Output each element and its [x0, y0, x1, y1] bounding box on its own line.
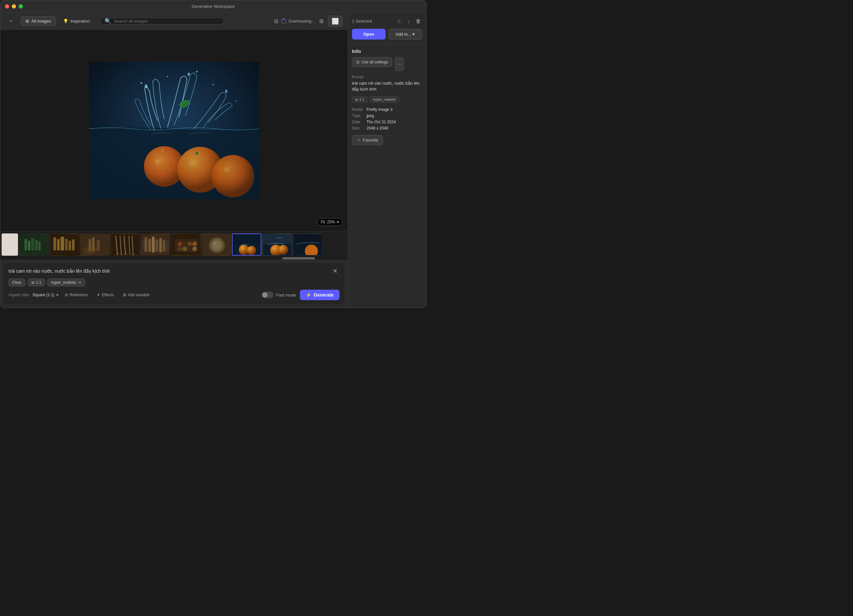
- date-value: Thu Oct 31 2024: [367, 120, 422, 124]
- svg-point-78: [212, 242, 217, 244]
- hyper-realistic-tag: hyper_realistic ✕: [47, 279, 85, 287]
- add-to-button[interactable]: Add to... ▾: [388, 29, 423, 39]
- favorite-icon-button[interactable]: ☆: [395, 17, 403, 26]
- grid-view-button[interactable]: ⬜: [328, 16, 343, 27]
- svg-rect-45: [97, 240, 100, 251]
- delete-icon-button[interactable]: 🗑: [414, 17, 422, 26]
- search-bar[interactable]: 🔍: [100, 18, 224, 24]
- generate-button[interactable]: ⚡ Generate: [300, 290, 340, 300]
- effects-button[interactable]: ✦ Effects: [94, 291, 116, 299]
- thumbnail-5[interactable]: [141, 234, 170, 256]
- close-window-button[interactable]: [5, 4, 9, 9]
- thumbnail-scrollbar-thumb[interactable]: [282, 257, 315, 259]
- use-all-settings-button[interactable]: ⊟ Use all settings: [352, 57, 392, 67]
- fast-mode-label: Fast mode: [276, 293, 296, 297]
- window-title: Generative Workspace: [192, 4, 235, 9]
- svg-rect-35: [53, 237, 56, 250]
- svg-rect-43: [89, 239, 91, 252]
- add-variable-label: Add variable: [128, 293, 150, 297]
- svg-point-52: [124, 253, 127, 256]
- svg-rect-30: [28, 241, 30, 250]
- info-tags-row: ar 1:1 hyper_realistic: [352, 96, 422, 103]
- svg-point-66: [178, 242, 182, 246]
- type-key: Type: [352, 114, 363, 118]
- back-button[interactable]: ←: [6, 16, 17, 26]
- generate-label: Generate: [314, 292, 334, 297]
- main-image: [89, 62, 259, 199]
- thumbnail-4[interactable]: [110, 234, 140, 256]
- image-area: Fit 25% ▾: [0, 30, 348, 231]
- svg-rect-60: [152, 237, 155, 252]
- size-key: Size: [352, 126, 363, 130]
- add-to-chevron-icon: ▾: [413, 32, 415, 36]
- thumbnail-6[interactable]: [171, 234, 200, 256]
- panel-actions: Open Add to... ▾: [352, 29, 422, 39]
- ar-tag-label: ar 1:1: [31, 280, 41, 285]
- settings-icon: ⊟: [356, 60, 360, 64]
- svg-point-48: [116, 253, 119, 256]
- thumbnail-2[interactable]: [49, 234, 79, 256]
- svg-rect-59: [149, 239, 151, 252]
- prompt-close-button[interactable]: ✕: [331, 267, 340, 275]
- thumbnail-10[interactable]: [293, 234, 322, 256]
- svg-point-8: [235, 100, 237, 102]
- aspect-ratio-select[interactable]: Aspect ratio Square (1:1) ▾: [9, 293, 58, 297]
- toggle-knob: [262, 292, 267, 297]
- toolbar-right: ⊟ Downloading... ⊞ ⬜: [274, 16, 343, 27]
- view-options-button[interactable]: ⊞: [317, 16, 325, 26]
- svg-rect-38: [65, 239, 68, 250]
- svg-rect-33: [39, 241, 41, 250]
- meta-grid: Model Firefly Image 3 Type jpeg Date Thu…: [352, 107, 422, 130]
- titlebar: Generative Workspace: [0, 0, 426, 13]
- thumbnail-8[interactable]: [232, 234, 261, 256]
- maximize-window-button[interactable]: [19, 4, 23, 9]
- fast-mode-switch[interactable]: [262, 292, 273, 298]
- add-variable-button[interactable]: ⊞ Add variable: [120, 291, 152, 299]
- clear-button[interactable]: Clear: [9, 279, 25, 287]
- open-button[interactable]: Open: [352, 29, 386, 39]
- svg-point-55: [132, 253, 134, 255]
- download-icon-button[interactable]: ↓: [406, 17, 411, 26]
- svg-point-50: [120, 253, 122, 255]
- svg-point-72: [187, 247, 192, 251]
- filter-icon: ⊟: [274, 18, 278, 24]
- svg-rect-36: [57, 239, 59, 250]
- svg-rect-44: [92, 237, 94, 251]
- svg-rect-61: [156, 239, 158, 252]
- prompt-section-label: Prompt: [352, 75, 422, 79]
- thumbnail-1[interactable]: [19, 234, 49, 256]
- search-input[interactable]: [114, 19, 219, 24]
- thumbnail-0[interactable]: [2, 234, 18, 256]
- svg-rect-31: [31, 238, 34, 250]
- favorite-label: Favorite: [363, 138, 378, 143]
- reference-button[interactable]: ⊟ Reference: [62, 291, 90, 299]
- all-images-button[interactable]: ⊞ All images: [21, 16, 56, 26]
- prompt-controls: Aspect ratio Square (1:1) ▾ ⊟ Reference …: [9, 290, 340, 300]
- inspiration-icon: 💡: [63, 19, 68, 24]
- svg-point-84: [278, 245, 288, 255]
- fast-mode-toggle[interactable]: Fast mode: [262, 292, 296, 298]
- svg-point-69: [192, 242, 197, 246]
- hyper-tag-remove-icon[interactable]: ✕: [78, 280, 82, 285]
- favorite-star-icon: ☆: [357, 138, 361, 143]
- prompt-top: trái cam rơi vào nước, nước bắn lên đầy …: [9, 267, 340, 275]
- thumbnail-3[interactable]: [80, 234, 109, 256]
- svg-point-7: [212, 84, 214, 85]
- favorite-button[interactable]: ☆ Favorite: [352, 135, 383, 145]
- inspiration-button[interactable]: 💡 Inspiration: [60, 17, 93, 26]
- aspect-ratio-label: Aspect ratio: [9, 293, 29, 297]
- zoom-chevron-icon[interactable]: ▾: [337, 220, 339, 224]
- svg-point-73: [192, 247, 197, 251]
- thumbnail-9[interactable]: [262, 234, 292, 256]
- hyper-tag-label: hyper_realistic: [51, 280, 76, 285]
- fit-controls: Fit 25% ▾: [317, 218, 343, 226]
- svg-point-4: [141, 82, 142, 84]
- thumbnail-scrollbar[interactable]: [0, 257, 348, 259]
- minimize-window-button[interactable]: [12, 4, 16, 9]
- more-options-button[interactable]: ···: [395, 57, 404, 71]
- svg-point-67: [182, 242, 187, 246]
- prompt-tags: Clear ar 1:1 hyper_realistic ✕: [9, 279, 340, 287]
- app-window: Generative Workspace ← ⊞ All images 💡 In…: [0, 0, 426, 308]
- thumbnail-7[interactable]: [202, 234, 231, 256]
- svg-point-70: [178, 247, 182, 251]
